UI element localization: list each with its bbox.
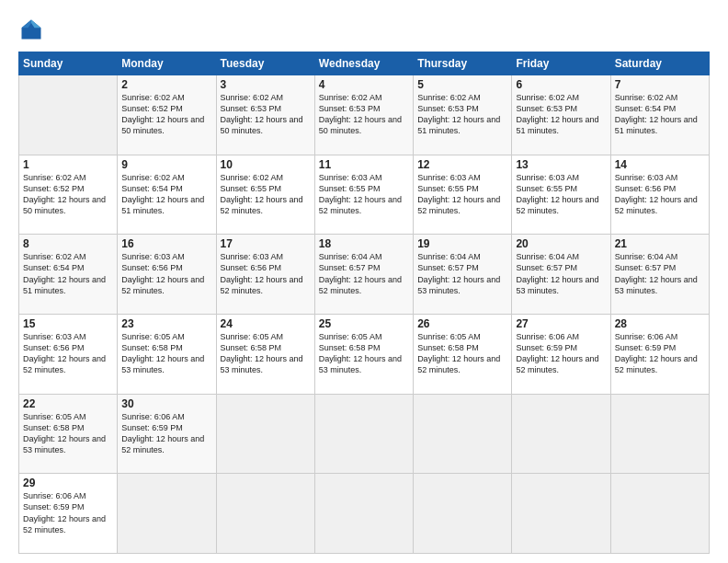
day-number: 18 <box>319 237 409 250</box>
day-number: 19 <box>417 237 507 250</box>
day-info: Sunrise: 6:06 AM Sunset: 6:59 PM Dayligh… <box>23 490 113 535</box>
day-number: 20 <box>516 237 606 250</box>
day-info: Sunrise: 6:06 AM Sunset: 6:59 PM Dayligh… <box>121 411 211 456</box>
calendar-week-6: 29Sunrise: 6:06 AM Sunset: 6:59 PM Dayli… <box>19 474 710 554</box>
day-info: Sunrise: 6:02 AM Sunset: 6:54 PM Dayligh… <box>121 172 211 217</box>
day-number: 27 <box>516 317 606 330</box>
calendar-header-sunday: Sunday <box>19 52 118 75</box>
day-info: Sunrise: 6:03 AM Sunset: 6:55 PM Dayligh… <box>516 172 606 217</box>
calendar-cell <box>414 474 512 554</box>
calendar-header-tuesday: Tuesday <box>216 52 314 75</box>
calendar-cell <box>216 474 314 554</box>
day-info: Sunrise: 6:04 AM Sunset: 6:57 PM Dayligh… <box>319 251 409 296</box>
calendar-cell: 13Sunrise: 6:03 AM Sunset: 6:55 PM Dayli… <box>512 155 610 235</box>
calendar-cell: 26Sunrise: 6:05 AM Sunset: 6:58 PM Dayli… <box>414 314 512 394</box>
day-info: Sunrise: 6:05 AM Sunset: 6:58 PM Dayligh… <box>221 331 311 376</box>
day-info: Sunrise: 6:03 AM Sunset: 6:55 PM Dayligh… <box>417 172 507 217</box>
day-number: 13 <box>516 158 606 171</box>
day-number: 26 <box>417 317 507 330</box>
day-number: 29 <box>23 477 113 489</box>
calendar-cell <box>610 474 709 554</box>
calendar-week-5: 22Sunrise: 6:05 AM Sunset: 6:58 PM Dayli… <box>19 394 710 474</box>
day-number: 30 <box>121 397 211 410</box>
calendar-cell: 12Sunrise: 6:03 AM Sunset: 6:55 PM Dayli… <box>414 155 512 235</box>
calendar-cell: 4Sunrise: 6:02 AM Sunset: 6:53 PM Daylig… <box>314 75 413 155</box>
calendar-cell: 21Sunrise: 6:04 AM Sunset: 6:57 PM Dayli… <box>610 235 709 315</box>
calendar-week-3: 8Sunrise: 6:02 AM Sunset: 6:54 PM Daylig… <box>19 235 710 315</box>
calendar-cell: 25Sunrise: 6:05 AM Sunset: 6:58 PM Dayli… <box>314 314 413 394</box>
calendar-cell: 29Sunrise: 6:06 AM Sunset: 6:59 PM Dayli… <box>19 474 118 554</box>
day-info: Sunrise: 6:04 AM Sunset: 6:57 PM Dayligh… <box>417 251 507 296</box>
calendar-cell <box>512 394 610 474</box>
day-info: Sunrise: 6:02 AM Sunset: 6:53 PM Dayligh… <box>417 92 507 137</box>
calendar-cell: 5Sunrise: 6:02 AM Sunset: 6:53 PM Daylig… <box>414 75 512 155</box>
day-number: 2 <box>121 78 211 91</box>
calendar-week-4: 15Sunrise: 6:03 AM Sunset: 6:56 PM Dayli… <box>19 314 710 394</box>
calendar-cell: 9Sunrise: 6:02 AM Sunset: 6:54 PM Daylig… <box>118 155 216 235</box>
day-number: 21 <box>615 237 705 250</box>
logo <box>18 17 50 42</box>
calendar-table: SundayMondayTuesdayWednesdayThursdayFrid… <box>18 52 710 554</box>
calendar-cell: 7Sunrise: 6:02 AM Sunset: 6:54 PM Daylig… <box>610 75 709 155</box>
day-number: 12 <box>417 158 507 171</box>
calendar-cell <box>414 394 512 474</box>
calendar-week-1: 2Sunrise: 6:02 AM Sunset: 6:52 PM Daylig… <box>19 75 710 155</box>
calendar-week-2: 1Sunrise: 6:02 AM Sunset: 6:52 PM Daylig… <box>19 155 710 235</box>
day-info: Sunrise: 6:04 AM Sunset: 6:57 PM Dayligh… <box>615 251 705 296</box>
day-info: Sunrise: 6:04 AM Sunset: 6:57 PM Dayligh… <box>516 251 606 296</box>
calendar-cell: 20Sunrise: 6:04 AM Sunset: 6:57 PM Dayli… <box>512 235 610 315</box>
day-number: 24 <box>221 317 311 330</box>
day-number: 10 <box>221 158 311 171</box>
day-info: Sunrise: 6:03 AM Sunset: 6:56 PM Dayligh… <box>121 251 211 296</box>
header <box>18 17 710 42</box>
calendar-cell: 28Sunrise: 6:06 AM Sunset: 6:59 PM Dayli… <box>610 314 709 394</box>
day-info: Sunrise: 6:06 AM Sunset: 6:59 PM Dayligh… <box>615 331 705 376</box>
day-info: Sunrise: 6:05 AM Sunset: 6:58 PM Dayligh… <box>417 331 507 376</box>
day-info: Sunrise: 6:02 AM Sunset: 6:53 PM Dayligh… <box>516 92 606 137</box>
calendar-cell <box>610 394 709 474</box>
calendar-cell: 24Sunrise: 6:05 AM Sunset: 6:58 PM Dayli… <box>216 314 314 394</box>
calendar-cell: 14Sunrise: 6:03 AM Sunset: 6:56 PM Dayli… <box>610 155 709 235</box>
calendar-cell <box>19 75 118 155</box>
calendar-header-wednesday: Wednesday <box>314 52 413 75</box>
day-info: Sunrise: 6:03 AM Sunset: 6:56 PM Dayligh… <box>615 172 705 217</box>
calendar-cell <box>314 474 413 554</box>
day-info: Sunrise: 6:02 AM Sunset: 6:53 PM Dayligh… <box>221 92 311 137</box>
calendar-cell: 16Sunrise: 6:03 AM Sunset: 6:56 PM Dayli… <box>118 235 216 315</box>
calendar-cell: 6Sunrise: 6:02 AM Sunset: 6:53 PM Daylig… <box>512 75 610 155</box>
day-number: 25 <box>319 317 409 330</box>
calendar-cell: 15Sunrise: 6:03 AM Sunset: 6:56 PM Dayli… <box>19 314 118 394</box>
day-number: 22 <box>23 397 113 410</box>
day-info: Sunrise: 6:05 AM Sunset: 6:58 PM Dayligh… <box>23 411 113 456</box>
logo-icon <box>18 17 44 42</box>
day-number: 6 <box>516 78 606 91</box>
calendar-cell: 2Sunrise: 6:02 AM Sunset: 6:52 PM Daylig… <box>118 75 216 155</box>
calendar-cell: 18Sunrise: 6:04 AM Sunset: 6:57 PM Dayli… <box>314 235 413 315</box>
day-info: Sunrise: 6:02 AM Sunset: 6:54 PM Dayligh… <box>615 92 705 137</box>
day-number: 9 <box>121 158 211 171</box>
calendar-cell <box>216 394 314 474</box>
day-number: 17 <box>221 237 311 250</box>
calendar-header-thursday: Thursday <box>414 52 512 75</box>
calendar-cell: 8Sunrise: 6:02 AM Sunset: 6:54 PM Daylig… <box>19 235 118 315</box>
calendar-cell <box>512 474 610 554</box>
day-number: 5 <box>417 78 507 91</box>
day-number: 8 <box>23 237 113 250</box>
day-info: Sunrise: 6:02 AM Sunset: 6:53 PM Dayligh… <box>319 92 409 137</box>
calendar-cell: 27Sunrise: 6:06 AM Sunset: 6:59 PM Dayli… <box>512 314 610 394</box>
day-info: Sunrise: 6:02 AM Sunset: 6:52 PM Dayligh… <box>23 172 113 217</box>
page: SundayMondayTuesdayWednesdayThursdayFrid… <box>0 0 728 563</box>
day-info: Sunrise: 6:06 AM Sunset: 6:59 PM Dayligh… <box>516 331 606 376</box>
calendar-cell: 1Sunrise: 6:02 AM Sunset: 6:52 PM Daylig… <box>19 155 118 235</box>
day-number: 4 <box>319 78 409 91</box>
calendar-cell: 22Sunrise: 6:05 AM Sunset: 6:58 PM Dayli… <box>19 394 118 474</box>
calendar-cell: 3Sunrise: 6:02 AM Sunset: 6:53 PM Daylig… <box>216 75 314 155</box>
day-info: Sunrise: 6:02 AM Sunset: 6:54 PM Dayligh… <box>23 251 113 296</box>
calendar-cell: 10Sunrise: 6:02 AM Sunset: 6:55 PM Dayli… <box>216 155 314 235</box>
day-number: 1 <box>23 158 113 171</box>
day-number: 28 <box>615 317 705 330</box>
calendar-header-saturday: Saturday <box>610 52 709 75</box>
calendar-cell <box>314 394 413 474</box>
day-info: Sunrise: 6:03 AM Sunset: 6:56 PM Dayligh… <box>23 331 113 376</box>
calendar-cell: 30Sunrise: 6:06 AM Sunset: 6:59 PM Dayli… <box>118 394 216 474</box>
